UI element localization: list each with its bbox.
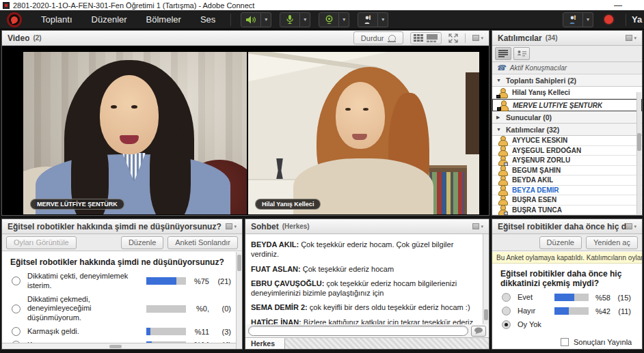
microphone-dropdown[interactable]: ▾ (300, 12, 310, 27)
raise-hand-icon[interactable] (358, 12, 378, 27)
host-icon (498, 100, 507, 110)
chat-scope: (Herkes) (282, 223, 310, 230)
video-area: MERVE LÜTFİYE ŞENTÜRK Hilal Yanış Kellec… (2, 46, 489, 215)
poll-pod-current-opinion: Eğitsel robotikler hakkında şimdi ne düş… (1, 218, 243, 350)
microphone-icon[interactable] (280, 12, 300, 27)
participant-icon (498, 195, 507, 205)
host-icon (498, 88, 507, 98)
menu-separator (626, 14, 626, 26)
attendee-row[interactable]: BEYZA DEMİR (492, 186, 642, 196)
reopen-poll-button[interactable]: Yeniden aç (586, 236, 638, 249)
radio-button-selected[interactable] (502, 320, 511, 329)
menu-ses[interactable]: Ses (200, 14, 215, 25)
stop-webcam-button[interactable]: Durdur (353, 31, 404, 44)
chat-scrollbar[interactable] (483, 234, 489, 324)
chat-message: BEYDA AKIL: Çok teşekkür ederiz hocam. Ç… (251, 240, 477, 259)
title-bar: 2801-2020-1-1O-A-FEN-301-Fen Öğretimi 1 … (0, 0, 644, 10)
recording-indicator (604, 15, 613, 24)
edit-poll-button[interactable]: Düzenle (121, 236, 163, 249)
attendees-scrollbar[interactable] (636, 92, 641, 214)
attendee-row[interactable]: AYŞENUR ZORLU (492, 156, 642, 166)
video-pod-header: Video (2) Durdur ▾ (2, 31, 489, 46)
radio-button[interactable] (12, 327, 21, 336)
publish-results-checkbox[interactable] (561, 338, 569, 346)
pod-menu-icon (472, 223, 479, 229)
edit-poll-button[interactable]: Düzenle (539, 236, 582, 249)
attendee-row[interactable]: Hilal Yanış Kelleci (492, 87, 642, 99)
attendees-pod-header: Katılımcılar (34) ▾ (492, 31, 642, 46)
poll-pod-prior-attention: Eğitsel robitikler daha önce hiç dikk...… (492, 218, 643, 350)
card-view-icon[interactable] (513, 47, 530, 60)
active-speakers-row[interactable]: ☎ Aktif Konuşmacılar (492, 62, 642, 74)
participant-device-icon (498, 205, 507, 214)
chat-message-list: BEYDA AKIL: Çok teşekkür ederiz hocam. Ç… (245, 234, 483, 324)
radio-button[interactable] (502, 307, 511, 315)
fullscreen-icon[interactable] (448, 33, 458, 43)
speaker-dropdown[interactable]: ▾ (261, 12, 271, 27)
list-view-icon[interactable] (495, 47, 511, 60)
window-title: 2801-2020-1-1O-A-FEN-301-Fen Öğretimi 1 … (13, 1, 254, 10)
app-icon (3, 2, 10, 9)
attendee-row[interactable]: MERVE LÜTFİYE ŞENTÜRK (492, 99, 642, 111)
menu-bolmeler[interactable]: Bölmeler (146, 14, 181, 25)
phone-icon: ☎ (496, 63, 506, 72)
menu-toplanti[interactable]: Toplantı (41, 14, 72, 25)
webcam-icon[interactable] (319, 12, 339, 27)
group-hosts[interactable]: ▼ Toplantı Sahipleri (2) (492, 74, 642, 87)
chat-pod: Sohbet (Herkes) ▾ BEYDA AKIL: Çok teşekk… (245, 218, 489, 350)
video-count: (2) (33, 34, 41, 42)
poll-horizontal-scrollbar[interactable] (2, 343, 236, 349)
chat-input[interactable] (248, 326, 468, 336)
attendees-count: (34) (546, 34, 558, 42)
chat-tab-bar: Herkes (245, 337, 489, 349)
tab-herkes[interactable]: Herkes (245, 338, 285, 349)
pod-menu-icon (626, 35, 632, 41)
pod-options-menu[interactable]: ▾ (472, 223, 483, 229)
menu-bar: Toplantı Düzenler Bölmeler Ses ▾ ▾ ▾ (0, 10, 644, 29)
send-message-button[interactable] (471, 326, 486, 337)
end-poll-button[interactable]: Anketi Sonlandır (167, 236, 238, 249)
poll-option-bar (146, 328, 186, 335)
video-feed-hilal: Hilal Yanış Kelleci (248, 52, 479, 214)
raise-hand-dropdown[interactable]: ▾ (378, 12, 388, 27)
radio-button[interactable] (12, 277, 21, 285)
participant-icon (498, 145, 507, 155)
poll-vertical-scrollbar[interactable] (236, 252, 242, 349)
pod-options-menu[interactable]: ▾ (626, 223, 636, 229)
video-name-label: MERVE LÜTFİYE ŞENTÜRK (30, 199, 124, 210)
poll-option: Hayır %42 (11) (492, 305, 642, 318)
radio-button[interactable] (12, 305, 21, 313)
raise-hand-button-group: ▾ (358, 12, 388, 27)
attendee-row[interactable]: BÜŞRA ESEN (492, 195, 642, 206)
poll-option: Dikkatimi çekmedi, deneyimleyeceğimi düş… (2, 293, 242, 325)
poll-question: Eğitsel robotikler hakkında şimdi ne düş… (2, 252, 242, 270)
menu-duzenler[interactable]: Düzenler (92, 14, 127, 25)
attendee-row[interactable]: AYŞEGÜL ERDOĞAN (492, 146, 642, 156)
filmstrip-view-icon[interactable] (427, 34, 438, 42)
pod-menu-icon (472, 35, 479, 41)
pod-options-menu[interactable]: ▾ (626, 35, 636, 41)
attendee-row[interactable]: CEREN ÇELİK (492, 215, 642, 216)
attendee-row[interactable]: AYYÜCE KESKİN (492, 136, 642, 146)
speaker-icon[interactable] (241, 12, 261, 27)
webcam-dropdown[interactable]: ▾ (339, 12, 349, 27)
speaker-button-group: ▾ (241, 12, 271, 27)
publish-results-row: Sonuçları Yayınla (492, 331, 642, 346)
help-menu[interactable]: Ya (632, 14, 644, 25)
status-button-group: ▾ (563, 12, 593, 27)
group-presenters[interactable]: ▶ Sunucular (0) (492, 111, 642, 124)
attendee-row[interactable]: BÜŞRA TUNCA (492, 206, 642, 216)
radio-button[interactable] (502, 293, 511, 302)
status-hand-icon[interactable] (563, 12, 583, 27)
pod-options-menu[interactable]: ▾ (226, 223, 237, 229)
grid-view-icon[interactable] (414, 34, 424, 42)
poll-option-bar (554, 294, 589, 301)
video-name-label: Hilal Yanış Kelleci (255, 199, 321, 210)
status-dropdown[interactable]: ▾ (583, 12, 593, 27)
pod-options-menu[interactable]: ▾ (472, 35, 483, 41)
view-votes-button[interactable]: Oyları Görüntüle (6, 236, 77, 249)
minimize-button[interactable]: — (614, 2, 622, 9)
attendee-row[interactable]: BEGÜM ŞAHİN (492, 166, 642, 176)
attendee-row[interactable]: BEYDA AKIL (492, 175, 642, 186)
group-participants[interactable]: ▼ Katılımcılar (32) (492, 124, 642, 136)
